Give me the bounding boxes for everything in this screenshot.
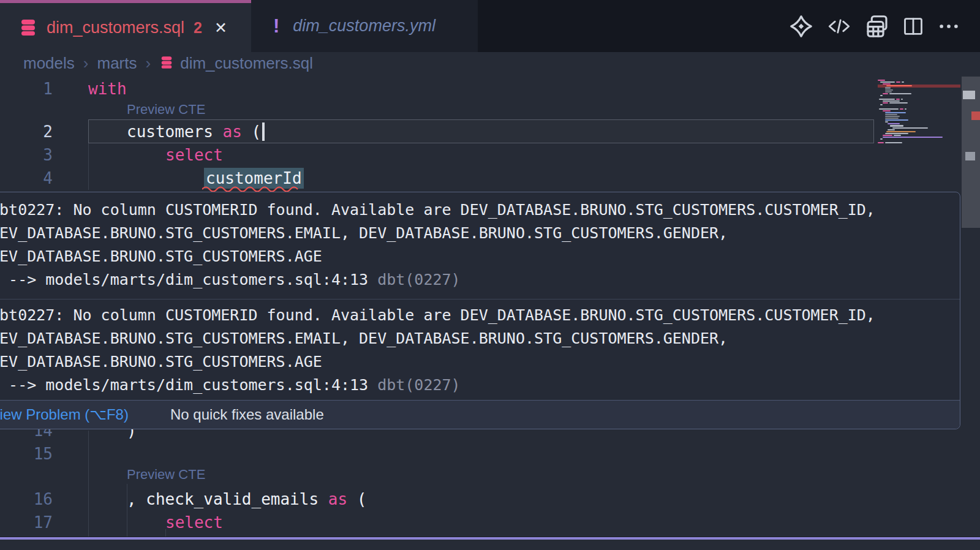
- more-actions-icon[interactable]: [937, 15, 960, 38]
- minimap-code-bar: [883, 135, 892, 136]
- hover-status-bar: View Problem (⌥F8) No quick fixes availa…: [0, 400, 960, 429]
- minimap-code-bar: [883, 110, 891, 111]
- minimap-code-bar: [905, 108, 907, 110]
- error-message-line: dbt0227: No column CUSTOMERID found. Ava…: [0, 304, 954, 327]
- error-message-line: DEV_DATABASE.BRUNO.STG_CUSTOMERS.AGE: [0, 350, 954, 374]
- minimap-code-bar: [896, 81, 900, 83]
- indent-guide: [88, 143, 89, 190]
- panel-sash[interactable]: [0, 537, 980, 540]
- tab-label: dim_customers.yml: [293, 17, 435, 36]
- hover-messages: dbt0227: No column CUSTOMERID found. Ava…: [0, 192, 960, 400]
- line-number-2[interactable]: 2: [0, 120, 53, 143]
- database-icon: [18, 18, 38, 37]
- code-token: select: [165, 513, 223, 532]
- database-icon: [159, 55, 174, 74]
- close-icon[interactable]: ✕: [214, 19, 227, 37]
- minimap-code-bar: [878, 80, 885, 81]
- code-token: select: [165, 146, 223, 164]
- error-code: dbt(0227): [377, 376, 460, 394]
- minimap-code-bar: [883, 137, 943, 138]
- minimap-code-bar: [878, 142, 884, 143]
- split-editor-icon[interactable]: [902, 15, 924, 37]
- error-hover-tooltip: dbt0227: No column CUSTOMERID found. Ava…: [0, 192, 960, 429]
- line-number-4[interactable]: 4: [0, 167, 53, 190]
- overview-error-mark: [971, 111, 980, 120]
- scrollbar[interactable]: [962, 75, 980, 550]
- code-token: , check_valid_emails: [127, 490, 328, 508]
- breadcrumb: models › marts › dim_customers.sql: [0, 52, 980, 75]
- minimap-code-bar: [883, 93, 888, 94]
- code-lens-preview-cte[interactable]: Preview CTE: [127, 465, 205, 484]
- minimap-code-bar: [892, 127, 928, 129]
- hover-error-block: dbt0227: No column CUSTOMERID found. Ava…: [0, 299, 960, 400]
- dbt-icon[interactable]: [789, 14, 813, 39]
- code-token: customers: [127, 122, 223, 141]
- minimap-code-bar: [880, 95, 883, 96]
- minimap-code-bar: [883, 100, 900, 102]
- line-number-3[interactable]: 3: [0, 143, 53, 167]
- compile-code-icon[interactable]: [826, 15, 852, 37]
- tab-label: dim_customers.sql: [47, 18, 184, 37]
- code-token: as: [328, 490, 347, 508]
- error-message-line: DEV_DATABASE.BRUNO.STG_CUSTOMERS.AGE: [0, 245, 954, 268]
- code-line-16[interactable]: , check_valid_emails as (: [127, 488, 366, 511]
- minimap-code-bar: [883, 102, 888, 104]
- code-line-17[interactable]: select: [165, 511, 223, 534]
- code-token: (: [347, 490, 366, 508]
- tab-dirty-count-badge: 2: [194, 19, 202, 37]
- vscode-window: dim_customers.sql 2 ✕ ! dim_customers.ym…: [0, 0, 980, 550]
- code-line-3[interactable]: select: [165, 143, 223, 167]
- error-message-line: DEV_DATABASE.BRUNO.STG_CUSTOMERS.EMAIL, …: [0, 327, 954, 350]
- minimap-code-bar: [885, 91, 892, 92]
- indent-guide: [165, 529, 166, 537]
- line-number-15[interactable]: 15: [0, 442, 53, 465]
- minimap-code-bar: [880, 138, 883, 140]
- code-line-1[interactable]: with: [88, 77, 127, 100]
- editor-actions: [789, 0, 960, 52]
- minimap-code-bar: [902, 81, 904, 83]
- minimap-code-bar: [890, 125, 903, 126]
- minimap-code-bar: [885, 133, 908, 134]
- minimap-code-bar: [894, 135, 901, 136]
- no-quick-fixes-label: No quick fixes available: [170, 406, 324, 423]
- overview-mark: [963, 91, 975, 99]
- minimap-code-bar: [879, 99, 895, 100]
- minimap-code-bar: [885, 118, 899, 119]
- minimap-code-bar: [889, 102, 908, 104]
- minimap-code-bar: [885, 121, 888, 122]
- error-message-line: dbt0227: No column CUSTOMERID found. Ava…: [0, 198, 954, 222]
- copy-query-results-icon[interactable]: [865, 14, 889, 39]
- view-problem-link[interactable]: View Problem (⌥F8): [0, 406, 129, 423]
- minimap-code-bar: [889, 93, 911, 94]
- minimap-code-bar: [885, 89, 893, 91]
- error-location: --> models/marts/dim_customers.sql:4:13: [0, 376, 377, 394]
- minimap-code-bar: [896, 99, 900, 100]
- tab-dim-customers-sql[interactable]: dim_customers.sql 2 ✕: [0, 0, 251, 52]
- error-squiggle-icon: [202, 186, 299, 192]
- line-number-17[interactable]: 17: [0, 511, 53, 534]
- error-message-line: DEV_DATABASE.BRUNO.STG_CUSTOMERS.EMAIL, …: [0, 222, 954, 245]
- error-code: dbt(0227): [377, 271, 460, 288]
- indent-guide: [127, 484, 127, 537]
- breadcrumb-marts[interactable]: marts: [97, 54, 137, 73]
- line-number-16[interactable]: 16: [0, 488, 53, 511]
- code-lens-preview-cte[interactable]: Preview CTE: [127, 100, 205, 119]
- minimap-code-bar: [900, 108, 903, 110]
- tab-bar: dim_customers.sql 2 ✕ ! dim_customers.ym…: [0, 0, 980, 52]
- error-location-line: --> models/marts/dim_customers.sql:4:13 …: [0, 374, 954, 397]
- breadcrumb-separator: ›: [146, 54, 151, 73]
- breadcrumb-file[interactable]: dim_customers.sql: [180, 54, 313, 73]
- code-token: with: [88, 80, 127, 98]
- line-number-1[interactable]: 1: [0, 77, 53, 100]
- breadcrumb-models[interactable]: models: [23, 54, 75, 73]
- code-line-2[interactable]: customers as (: [127, 120, 265, 143]
- minimap-code-bar: [880, 104, 883, 105]
- minimap-code-bar: [888, 129, 895, 130]
- minimap-code-bar: [885, 112, 906, 113]
- minimap-code-bar: [886, 131, 916, 132]
- tab-dim-customers-yml[interactable]: ! dim_customers.yml: [251, 0, 478, 52]
- error-location: --> models/marts/dim_customers.sql:4:13: [0, 271, 377, 288]
- minimap-code-bar: [879, 108, 899, 110]
- code-editor[interactable]: 123414151617 withPreview CTEcustomers as…: [0, 75, 980, 550]
- code-token: (: [242, 122, 261, 141]
